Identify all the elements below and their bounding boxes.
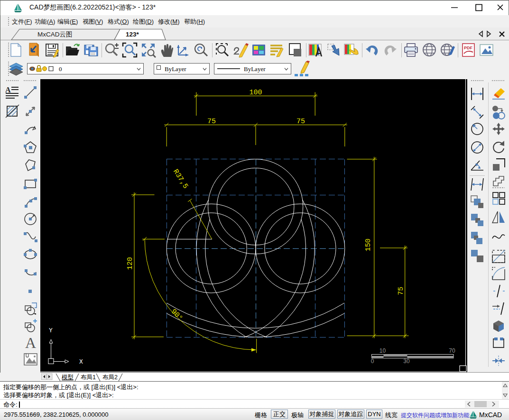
svg-text:150: 150 (365, 238, 373, 251)
svg-text:123*: 123* (126, 31, 139, 38)
svg-text:MxCAD云图: MxCAD云图 (37, 31, 73, 38)
svg-text:75: 75 (397, 287, 405, 295)
svg-text:R37,5: R37,5 (171, 168, 189, 190)
svg-text:75: 75 (296, 118, 305, 126)
svg-text:30: 30 (403, 358, 410, 365)
svg-text:0: 0 (371, 358, 374, 365)
svg-text:100: 100 (249, 89, 262, 97)
svg-text:75: 75 (207, 118, 216, 126)
svg-text:70: 70 (449, 347, 455, 354)
svg-text:PDF: PDF (464, 46, 473, 50)
svg-text:X: X (79, 358, 83, 365)
svg-text:Y: Y (49, 327, 53, 334)
svg-text:A: A (25, 334, 36, 350)
svg-text:布局1: 布局1 (81, 374, 96, 381)
svg-text:布局2: 布局2 (102, 374, 118, 381)
svg-text:10: 10 (379, 347, 386, 354)
svg-text:A: A (5, 86, 11, 94)
svg-text:模型: 模型 (61, 374, 74, 381)
svg-text:90°: 90° (169, 308, 184, 322)
svg-text:120: 120 (127, 257, 135, 270)
